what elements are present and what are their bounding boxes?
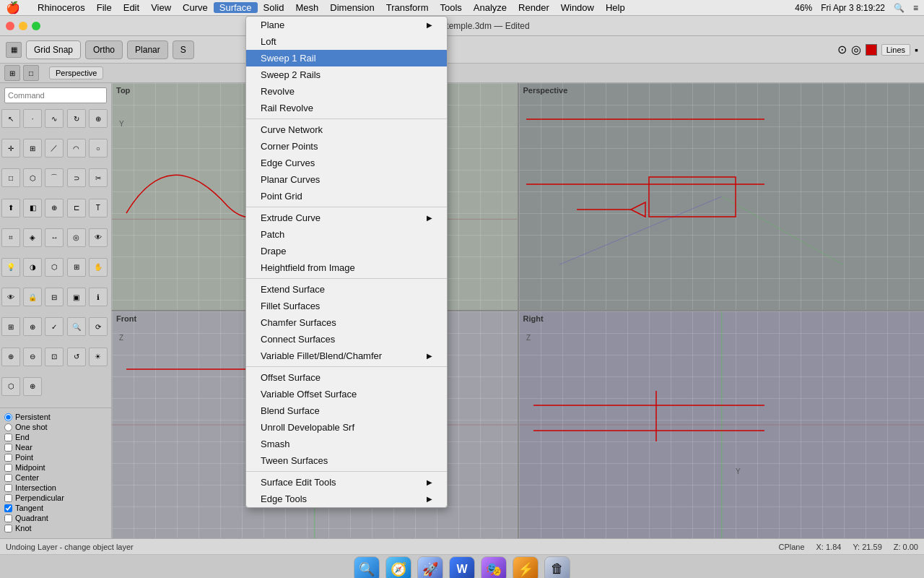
dock-trash[interactable]: 🗑 xyxy=(544,556,570,579)
minimize-button[interactable] xyxy=(19,22,27,30)
snap-midpoint[interactable]: Midpoint xyxy=(4,463,107,472)
menu-item-patch[interactable]: Patch xyxy=(246,226,447,243)
menu-item-curve-network[interactable]: Curve Network xyxy=(246,121,447,138)
group-tool[interactable]: ⊟ xyxy=(45,288,64,306)
layer-icon[interactable]: ▦ xyxy=(6,42,22,58)
snap-center-checkbox[interactable] xyxy=(4,474,12,482)
menu-item-point-grid[interactable]: Point Grid xyxy=(246,188,447,204)
snap-knot[interactable]: Knot xyxy=(4,524,107,532)
menubar-render[interactable]: Render xyxy=(513,2,555,13)
snap-quadrant[interactable]: Quadrant xyxy=(4,514,107,522)
snap-quadrant-checkbox[interactable] xyxy=(4,514,12,522)
dock-finder[interactable]: 🔍 xyxy=(354,556,380,579)
grid-tool[interactable]: ⊞ xyxy=(1,317,20,336)
menu-item-heightfield[interactable]: Heightfield from Image xyxy=(246,259,447,276)
lights-tool[interactable]: ☀ xyxy=(89,348,108,366)
dimension-tool[interactable]: ↔ xyxy=(45,228,64,247)
menu-item-edge-tools[interactable]: Edge Tools ▶ xyxy=(246,491,447,507)
persistent-radio-input[interactable] xyxy=(4,413,12,421)
menu-item-variable-fillet[interactable]: Variable Fillet/Blend/Chamfer ▶ xyxy=(246,348,447,364)
snap-perpendicular[interactable]: Perpendicular xyxy=(4,493,107,502)
menu-item-extend-surface[interactable]: Extend Surface xyxy=(246,281,447,298)
panel-toggle-button[interactable]: ▪ xyxy=(915,44,918,56)
snap-midpoint-checkbox[interactable] xyxy=(4,464,12,472)
rectangle-tool[interactable]: □ xyxy=(1,168,20,187)
menu-item-plane[interactable]: Plane ▶ xyxy=(246,17,447,33)
snap-end-checkbox[interactable] xyxy=(4,434,12,441)
snap-perpendicular-checkbox[interactable] xyxy=(4,494,12,502)
snap-point-checkbox[interactable] xyxy=(4,454,12,462)
menu-item-chamfer-surfaces[interactable]: Chamfer Surfaces xyxy=(246,314,447,331)
dock-tools[interactable]: ⚡ xyxy=(513,556,539,579)
grid-snap-button[interactable]: Grid Snap xyxy=(26,40,81,59)
menu-item-offset-surface[interactable]: Offset Surface xyxy=(246,369,447,386)
grid-view-icon[interactable]: ⊞ xyxy=(4,65,20,81)
surface-tool[interactable]: ◧ xyxy=(23,199,42,217)
dock-safari[interactable]: 🧭 xyxy=(385,556,411,579)
measure-tool[interactable]: ⊕ xyxy=(23,317,42,336)
menu-item-extrude-curve[interactable]: Extrude Curve ▶ xyxy=(246,210,447,226)
snap-tangent[interactable]: Tangent xyxy=(4,504,107,512)
lines-label[interactable]: Lines xyxy=(881,44,910,56)
menu-item-surface-edit-tools[interactable]: Surface Edit Tools ▶ xyxy=(246,474,447,491)
scale-tool[interactable]: ⊕ xyxy=(89,109,108,128)
circle-tool[interactable]: ○ xyxy=(89,139,108,158)
menu-item-planar-curves[interactable]: Planar Curves xyxy=(246,171,447,188)
offset-tool[interactable]: ⊃ xyxy=(67,168,86,187)
menu-item-sweep2rails[interactable]: Sweep 2 Rails xyxy=(246,66,447,83)
menu-item-sweep1rail[interactable]: Sweep 1 Rail xyxy=(246,50,447,66)
block-tool[interactable]: ▣ xyxy=(67,288,86,306)
visibility-tool[interactable]: 👁 xyxy=(1,288,20,306)
copy-tool[interactable]: ⊞ xyxy=(23,139,42,158)
text-tool[interactable]: T xyxy=(89,199,108,217)
menubar-curve[interactable]: Curve xyxy=(177,2,214,13)
menu-item-edge-curves[interactable]: Edge Curves xyxy=(246,155,447,171)
dock-launchpad[interactable]: 🚀 xyxy=(417,556,443,579)
magnify-tool[interactable]: 🔍 xyxy=(67,317,86,336)
line-tool[interactable]: ／ xyxy=(45,139,64,158)
fillet-tool[interactable]: ⌒ xyxy=(45,168,64,187)
ortho-button[interactable]: Ortho xyxy=(85,40,123,59)
menu-item-unroll[interactable]: Unroll Developable Srf xyxy=(246,419,447,436)
cplane-label[interactable]: CPlane xyxy=(778,543,804,551)
menubar-analyze[interactable]: Analyze xyxy=(468,2,513,13)
menu-item-drape[interactable]: Drape xyxy=(246,243,447,259)
lock-tool[interactable]: 🔒 xyxy=(23,288,42,306)
point-tool[interactable]: · xyxy=(23,109,42,128)
polygon-tool[interactable]: ⬡ xyxy=(23,168,42,187)
menubar-surface[interactable]: Surface xyxy=(214,2,258,13)
snap-end[interactable]: End xyxy=(4,433,107,441)
zoom-out-tool[interactable]: ⊖ xyxy=(23,348,42,366)
search-icon[interactable]: 🔍 xyxy=(894,3,905,13)
snap-intersection[interactable]: Intersection xyxy=(4,483,107,492)
menu-item-connect-surfaces[interactable]: Connect Surfaces xyxy=(246,331,447,348)
curve-tool[interactable]: ∿ xyxy=(45,109,64,128)
check-tool[interactable]: ✓ xyxy=(45,317,64,336)
snap-tool[interactable]: ◎ xyxy=(67,228,86,247)
view-tool[interactable]: 👁 xyxy=(89,228,108,247)
menubar-dimension[interactable]: Dimension xyxy=(324,2,380,13)
menubar-mesh[interactable]: Mesh xyxy=(290,2,325,13)
menu-item-loft[interactable]: Loft xyxy=(246,33,447,50)
material-tool[interactable]: ◑ xyxy=(23,258,42,277)
fullscreen-button[interactable] xyxy=(32,22,40,30)
oneshot-radio-input[interactable] xyxy=(4,423,12,431)
rotate-tool[interactable]: ↻ xyxy=(67,109,86,128)
render-tool[interactable]: 💡 xyxy=(1,258,20,277)
color-swatch[interactable] xyxy=(866,44,877,56)
menubar-help[interactable]: Help xyxy=(600,2,631,13)
dock-creative[interactable]: 🎭 xyxy=(481,556,507,579)
single-view-icon[interactable]: □ xyxy=(23,65,39,81)
camera-tool[interactable]: ⬡ xyxy=(45,258,64,277)
snap-intersection-checkbox[interactable] xyxy=(4,484,12,492)
menu-item-tween-surfaces[interactable]: Tween Surfaces xyxy=(246,452,447,469)
menubar-solid[interactable]: Solid xyxy=(258,2,290,13)
menubar-rhinoceros[interactable]: Rhinoceros xyxy=(32,2,91,13)
boolean-tool[interactable]: ⊕ xyxy=(45,199,64,217)
snap-center[interactable]: Center xyxy=(4,473,107,482)
menubar-edit[interactable]: Edit xyxy=(118,2,145,13)
perspective-tab[interactable]: Perspective xyxy=(49,66,103,79)
snap-near[interactable]: Near xyxy=(4,443,107,452)
menubar-window[interactable]: Window xyxy=(555,2,600,13)
menubar-tools[interactable]: Tools xyxy=(434,2,467,13)
